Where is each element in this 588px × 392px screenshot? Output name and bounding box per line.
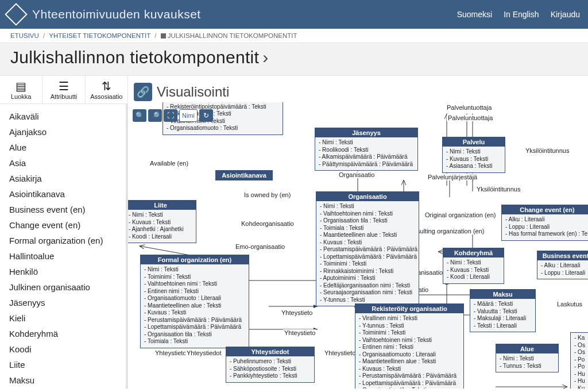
edge-label: Yhteystieto [280,309,314,316]
uml-box-rekisteroity-organisaatio[interactable]: Rekisteröity organisaatio Virallinen nim… [355,303,464,389]
visualization-toolbar: 🔍 🔎 ⛶ Nimi ↻ [133,109,213,122]
uml-attribute: Toimiala : Teksti [320,225,415,232]
class-list-item[interactable]: Nimike [9,388,126,389]
toolbar-label[interactable]: Nimi [179,109,198,122]
arrows-icon: ⇅ [86,80,127,92]
uml-attribute: Asiasana : Teksti [446,163,501,170]
class-list-item[interactable]: Change event (en) [9,217,126,233]
uml-attribute: Organisaatiomuoto : Teksti [167,125,279,132]
uml-attribute: Hu [574,378,588,385]
refresh-icon[interactable]: ↻ [199,109,213,122]
breadcrumb-current: JULKISHALLINNON TIETOKOMPONENTIT [168,32,297,39]
class-list-item[interactable]: Maksu [9,372,126,388]
uml-attribute: Organisaation tila : Teksti [320,217,415,225]
uml-attribute: Rinnakkaistoiminimi : Teksti [320,268,415,275]
uml-attribute: Kuvaus : Teksti [447,267,500,274]
uml-attribute: Päättymispäivämäärä : Päivämäärä [319,161,414,168]
uml-box-right-partial[interactable]: KaOsOsPoPoHuHuKuKu [570,332,588,389]
edge-label: Resulting organization (en) [408,228,485,235]
lang-en-link[interactable]: In English [504,10,539,19]
class-list-item[interactable]: Jäsenyys [9,295,126,310]
class-list-item[interactable]: Business event (en) [9,202,126,217]
uml-attribute: Organisaatiomuoto : Literaali [359,351,460,359]
uml-attribute: Maantieteellinen alue : Teksti [144,302,245,310]
class-list-item[interactable]: Aikaväli [9,109,126,124]
class-list-item[interactable]: Hallintoalue [9,248,126,264]
page-icon [161,33,166,39]
uml-attribute: Perustamispäivämäärä : Päivämäärä [320,246,415,253]
class-list-item[interactable]: Henkilö [9,264,126,279]
class-list-item[interactable]: Koodi [9,341,126,357]
class-list[interactable]: AikaväliAjanjaksoAlueAsiaAsiakirjaAsioin… [0,104,127,389]
uml-attribute: Lopettamispäivämäärä : Päivämäärä [359,380,460,387]
uml-attribute: Kuvaus : Teksti [129,219,192,226]
uml-attribute: Organisaation tila : Teksti [144,331,245,339]
uml-attribute: Tunnus : Teksti [500,363,555,370]
uml-box-change-event[interactable]: Change event (en) Alku : LiteraaliLoppu … [501,205,588,241]
diagram-canvas[interactable]: Palveluntuottaja Palveluntuottaja Yksilö… [128,102,588,389]
fullscreen-icon[interactable]: ⛶ [164,109,177,122]
lang-fi-link[interactable]: Suomeksi [457,10,492,19]
uml-box-maksu[interactable]: Maksu Määrä : TekstiValuutta : TekstiMak… [470,289,536,332]
edge-label: Palvelunjärjestäjä [427,174,478,180]
uml-attribute: Nimi : Teksti [144,266,245,274]
edge-label: Yhteystiedot [185,349,223,356]
uml-attribute: Koodi : Literaali [447,274,500,281]
uml-attribute: Loppu : Literaali [541,270,588,277]
uml-box-alue[interactable]: Alue Nimi : TekstiTunnus : Teksti [496,344,559,372]
uml-attribute: Y-tunnus : Teksti [359,322,460,330]
uml-box-asiointikanava[interactable]: Asiointikanava [215,170,273,180]
uml-attribute: Vaihtoehtoinen nimi : Teksti [320,210,415,218]
uml-attribute: Entinen nimi : Teksti [359,344,460,351]
uml-attribute: Toiminimi : Teksti [359,329,460,337]
class-list-item[interactable]: Alue [9,140,126,155]
uml-box-business-event[interactable]: Business event Alku : LiteraaliLoppu : L… [537,251,588,279]
uml-box-kohderyhma[interactable]: Kohderyhmä Nimi : TekstiKuvaus : TekstiK… [443,248,504,284]
class-list-item[interactable]: Ajanjakso [9,124,126,140]
uml-attribute: Toiminimi : Teksti [144,274,245,281]
class-list-item[interactable]: Julkinen organisaatio [9,279,126,295]
breadcrumb-components[interactable]: YHTEISET TIETOKOMPONENTIT [49,32,150,39]
uml-attribute: Maksulaji : Literaali [474,315,532,322]
class-list-item[interactable]: Asiointikanava [9,186,126,202]
class-list-item[interactable]: Kieli [9,310,126,326]
uml-attribute: Määrä : Teksti [474,301,532,308]
zoom-in-icon[interactable]: 🔍 [133,109,146,122]
uml-box-liite[interactable]: Liite Nimi : TekstiKuvaus : TekstiAjanhe… [128,200,196,243]
uml-box-palvelu[interactable]: Palvelu Nimi : TekstiKuvaus : TekstiAsia… [442,137,505,173]
tab-attribute[interactable]: ☰ Attribuutti [42,76,85,103]
class-list-item[interactable]: Formal organization (en) [9,233,126,248]
uml-box-formal-organization[interactable]: Formal organization (en) Nimi : TekstiTo… [140,255,249,348]
class-list-item[interactable]: Kohderyhmä [9,326,126,341]
page-title-bar: Julkishallinnon tietokomponentit› [0,43,588,76]
uml-attribute: Os [574,349,588,356]
tab-class[interactable]: ▤ Luokka [0,76,42,103]
breadcrumb-home[interactable]: ETUSIVU [10,32,39,39]
uml-attribute: Alku : Literaali [505,216,588,224]
uml-attribute: Kuvaus : Teksti [144,309,245,317]
uml-box-yhteystiedot[interactable]: Yhteystiedot Puhelinnumero : TekstiSähkö… [226,347,315,383]
class-list-item[interactable]: Asiakirja [9,171,126,186]
uml-attribute: Alku : Literaali [541,262,588,270]
uml-attribute: Os [574,342,588,349]
uml-box-jasenyys[interactable]: Jäsenyys Nimi : TekstiRoolikoodi : Tekst… [315,128,418,171]
zoom-out-icon[interactable]: 🔎 [148,109,162,122]
uml-attribute: Puhelinnumero : Teksti [230,358,311,366]
uml-attribute: Nimi : Teksti [319,139,414,147]
uml-attribute: Seuraajaorganisaation nimi : Teksti [320,289,415,297]
uml-attribute: Maantieteellinen alue : Teksti [320,232,415,239]
stack-icon: ☰ [42,80,84,92]
login-link[interactable]: Kirjaudu [551,10,580,19]
chevron-right-icon: › [262,48,268,67]
share-icon[interactable]: 🔗 [134,83,152,101]
class-list-item[interactable]: Liite [9,357,126,372]
tab-association[interactable]: ⇅ Assosiaatio [86,76,127,103]
class-list-item[interactable]: Asia [9,155,126,171]
edge-label: Yksilöintitunnus [475,186,521,193]
uml-attribute: Teksti : Literaali [474,322,532,330]
page-title[interactable]: Julkishallinnon tietokomponentit› [10,48,578,67]
uml-box-organisaatio[interactable]: Organisaatio Nimi : TekstiVaihtoehtoinen… [316,191,419,306]
uml-attribute: Po [574,356,588,364]
uml-attribute: Perustamispäivämäärä : Päivämäärä [359,372,460,380]
uml-attribute: Perustamispäivämäärä : Päivämäärä [144,317,245,324]
